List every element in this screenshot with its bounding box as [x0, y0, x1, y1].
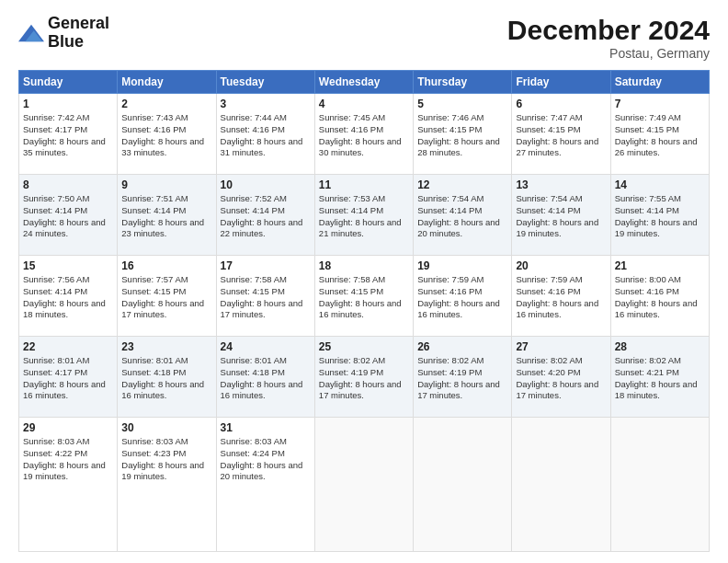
- day-detail: Sunrise: 8:03 AMSunset: 4:24 PMDaylight:…: [221, 436, 311, 483]
- day-number: 19: [417, 259, 507, 272]
- day-number: 12: [417, 178, 507, 191]
- day-header-thursday: Thursday: [414, 71, 512, 94]
- day-header-saturday: Saturday: [610, 71, 709, 94]
- calendar-cell: 4Sunrise: 7:45 AMSunset: 4:16 PMDaylight…: [314, 94, 413, 175]
- day-number: 23: [121, 340, 211, 353]
- calendar-cell: 13Sunrise: 7:54 AMSunset: 4:14 PMDayligh…: [512, 175, 610, 256]
- day-number: 21: [615, 259, 705, 272]
- calendar-header-row: SundayMondayTuesdayWednesdayThursdayFrid…: [19, 71, 710, 94]
- calendar-cell: 30Sunrise: 8:03 AMSunset: 4:23 PMDayligh…: [118, 418, 216, 552]
- calendar-cell: 20Sunrise: 7:59 AMSunset: 4:16 PMDayligh…: [512, 256, 610, 337]
- calendar-cell: 28Sunrise: 8:02 AMSunset: 4:21 PMDayligh…: [610, 337, 709, 418]
- calendar-week-row: 22Sunrise: 8:01 AMSunset: 4:17 PMDayligh…: [19, 337, 710, 418]
- title-block: December 2024 Postau, Germany: [507, 15, 710, 61]
- day-number: 20: [516, 259, 606, 272]
- day-number: 16: [121, 259, 211, 272]
- day-number: 22: [23, 340, 113, 353]
- day-detail: Sunrise: 7:53 AMSunset: 4:14 PMDaylight:…: [319, 193, 409, 240]
- logo-icon: [18, 20, 44, 46]
- calendar-cell: 27Sunrise: 8:02 AMSunset: 4:20 PMDayligh…: [512, 337, 610, 418]
- calendar-cell: [610, 418, 709, 552]
- calendar-cell: 17Sunrise: 7:58 AMSunset: 4:15 PMDayligh…: [216, 256, 314, 337]
- day-detail: Sunrise: 7:59 AMSunset: 4:16 PMDaylight:…: [516, 274, 606, 321]
- day-detail: Sunrise: 7:50 AMSunset: 4:14 PMDaylight:…: [23, 193, 113, 240]
- day-detail: Sunrise: 8:02 AMSunset: 4:21 PMDaylight:…: [615, 355, 705, 402]
- calendar-cell: 19Sunrise: 7:59 AMSunset: 4:16 PMDayligh…: [414, 256, 512, 337]
- day-detail: Sunrise: 7:49 AMSunset: 4:15 PMDaylight:…: [615, 112, 705, 159]
- calendar-cell: 1Sunrise: 7:42 AMSunset: 4:17 PMDaylight…: [19, 94, 118, 175]
- calendar-cell: 10Sunrise: 7:52 AMSunset: 4:14 PMDayligh…: [216, 175, 314, 256]
- calendar-cell: [414, 418, 512, 552]
- day-header-sunday: Sunday: [19, 71, 118, 94]
- day-header-friday: Friday: [512, 71, 610, 94]
- calendar-cell: 22Sunrise: 8:01 AMSunset: 4:17 PMDayligh…: [19, 337, 118, 418]
- day-number: 9: [121, 178, 211, 191]
- calendar-cell: 31Sunrise: 8:03 AMSunset: 4:24 PMDayligh…: [216, 418, 314, 552]
- day-detail: Sunrise: 7:57 AMSunset: 4:15 PMDaylight:…: [121, 274, 211, 321]
- day-number: 13: [516, 178, 606, 191]
- day-number: 26: [417, 340, 507, 353]
- day-header-tuesday: Tuesday: [216, 71, 314, 94]
- calendar-cell: 6Sunrise: 7:47 AMSunset: 4:15 PMDaylight…: [512, 94, 610, 175]
- day-number: 11: [319, 178, 409, 191]
- day-detail: Sunrise: 7:47 AMSunset: 4:15 PMDaylight:…: [516, 112, 606, 159]
- calendar-cell: 21Sunrise: 8:00 AMSunset: 4:16 PMDayligh…: [610, 256, 709, 337]
- day-detail: Sunrise: 7:56 AMSunset: 4:14 PMDaylight:…: [23, 274, 113, 321]
- day-number: 2: [121, 98, 211, 110]
- day-number: 3: [221, 98, 311, 110]
- logo-line1: General: [48, 15, 109, 33]
- calendar-cell: 16Sunrise: 7:57 AMSunset: 4:15 PMDayligh…: [118, 256, 216, 337]
- day-detail: Sunrise: 8:01 AMSunset: 4:18 PMDaylight:…: [121, 355, 211, 402]
- day-detail: Sunrise: 8:02 AMSunset: 4:20 PMDaylight:…: [516, 355, 606, 402]
- calendar-cell: 3Sunrise: 7:44 AMSunset: 4:16 PMDaylight…: [216, 94, 314, 175]
- calendar-week-row: 29Sunrise: 8:03 AMSunset: 4:22 PMDayligh…: [19, 418, 710, 552]
- day-detail: Sunrise: 7:45 AMSunset: 4:16 PMDaylight:…: [319, 112, 409, 159]
- calendar-cell: 23Sunrise: 8:01 AMSunset: 4:18 PMDayligh…: [118, 337, 216, 418]
- day-header-monday: Monday: [118, 71, 216, 94]
- header: General Blue December 2024 Postau, Germa…: [18, 15, 710, 61]
- day-detail: Sunrise: 7:54 AMSunset: 4:14 PMDaylight:…: [516, 193, 606, 240]
- calendar-cell: 15Sunrise: 7:56 AMSunset: 4:14 PMDayligh…: [19, 256, 118, 337]
- day-number: 30: [121, 421, 211, 434]
- day-detail: Sunrise: 8:03 AMSunset: 4:23 PMDaylight:…: [121, 436, 211, 483]
- day-header-wednesday: Wednesday: [314, 71, 413, 94]
- day-number: 29: [23, 421, 113, 434]
- day-number: 17: [221, 259, 311, 272]
- calendar-cell: 14Sunrise: 7:55 AMSunset: 4:14 PMDayligh…: [610, 175, 709, 256]
- day-number: 18: [319, 259, 409, 272]
- day-detail: Sunrise: 7:51 AMSunset: 4:14 PMDaylight:…: [121, 193, 211, 240]
- day-number: 27: [516, 340, 606, 353]
- day-number: 7: [615, 98, 705, 110]
- calendar-cell: [512, 418, 610, 552]
- day-detail: Sunrise: 7:58 AMSunset: 4:15 PMDaylight:…: [319, 274, 409, 321]
- calendar-cell: 2Sunrise: 7:43 AMSunset: 4:16 PMDaylight…: [118, 94, 216, 175]
- calendar-cell: [314, 418, 413, 552]
- day-number: 5: [417, 98, 507, 110]
- day-number: 10: [221, 178, 311, 191]
- day-detail: Sunrise: 8:03 AMSunset: 4:22 PMDaylight:…: [23, 436, 113, 483]
- subtitle: Postau, Germany: [507, 46, 710, 61]
- calendar-week-row: 15Sunrise: 7:56 AMSunset: 4:14 PMDayligh…: [19, 256, 710, 337]
- calendar-cell: 8Sunrise: 7:50 AMSunset: 4:14 PMDaylight…: [19, 175, 118, 256]
- day-number: 28: [615, 340, 705, 353]
- day-detail: Sunrise: 7:46 AMSunset: 4:15 PMDaylight:…: [417, 112, 507, 159]
- calendar-week-row: 1Sunrise: 7:42 AMSunset: 4:17 PMDaylight…: [19, 94, 710, 175]
- day-detail: Sunrise: 8:02 AMSunset: 4:19 PMDaylight:…: [417, 355, 507, 402]
- day-number: 8: [23, 178, 113, 191]
- calendar-table: SundayMondayTuesdayWednesdayThursdayFrid…: [18, 70, 710, 552]
- calendar-cell: 26Sunrise: 8:02 AMSunset: 4:19 PMDayligh…: [414, 337, 512, 418]
- calendar-cell: 12Sunrise: 7:54 AMSunset: 4:14 PMDayligh…: [414, 175, 512, 256]
- day-number: 6: [516, 98, 606, 110]
- calendar-cell: 9Sunrise: 7:51 AMSunset: 4:14 PMDaylight…: [118, 175, 216, 256]
- calendar-week-row: 8Sunrise: 7:50 AMSunset: 4:14 PMDaylight…: [19, 175, 710, 256]
- day-detail: Sunrise: 7:54 AMSunset: 4:14 PMDaylight:…: [417, 193, 507, 240]
- calendar-cell: 25Sunrise: 8:02 AMSunset: 4:19 PMDayligh…: [314, 337, 413, 418]
- day-number: 14: [615, 178, 705, 191]
- day-detail: Sunrise: 7:59 AMSunset: 4:16 PMDaylight:…: [417, 274, 507, 321]
- main-title: December 2024: [507, 15, 710, 46]
- day-number: 1: [23, 98, 113, 110]
- day-number: 31: [221, 421, 311, 434]
- logo-text: General Blue: [48, 15, 109, 52]
- day-detail: Sunrise: 8:01 AMSunset: 4:18 PMDaylight:…: [221, 355, 311, 402]
- day-detail: Sunrise: 7:42 AMSunset: 4:17 PMDaylight:…: [23, 112, 113, 159]
